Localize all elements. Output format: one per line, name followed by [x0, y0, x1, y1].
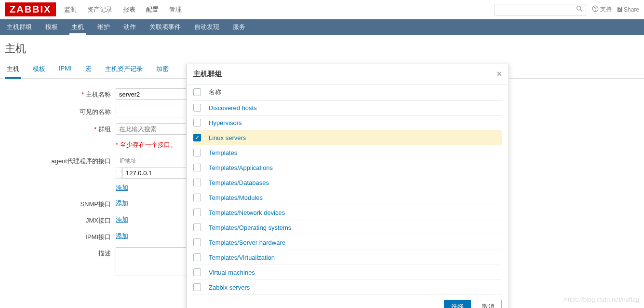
search-input[interactable] — [495, 4, 586, 15]
group-name[interactable]: Templates/Modules — [209, 194, 263, 201]
group-header-label: 名称 — [209, 88, 221, 97]
group-row[interactable]: Templates — [193, 145, 502, 160]
groups-label: * 群组 — [5, 123, 116, 134]
sub-nav-item[interactable]: 主机 — [69, 19, 86, 35]
share-link[interactable]: Z Share — [617, 6, 639, 13]
group-row[interactable]: ✓Linux servers — [193, 130, 502, 145]
group-row[interactable]: Templates/Modules — [193, 190, 502, 205]
visible-name-label: 可见的名称 — [5, 106, 116, 116]
group-checkbox[interactable] — [193, 104, 201, 112]
modal-title: 主机群组 — [193, 70, 222, 79]
search-icon — [576, 5, 583, 14]
form-tab[interactable]: 主机 — [5, 61, 21, 79]
ipmi-label: IPMI接口 — [5, 231, 116, 241]
group-name[interactable]: Linux servers — [209, 134, 246, 141]
top-nav-item[interactable]: 配置 — [145, 0, 160, 19]
sub-nav-item[interactable]: 关联项事件 — [148, 19, 183, 35]
group-checkbox[interactable] — [193, 224, 201, 231]
group-row[interactable]: Templates/Virtualization — [193, 250, 502, 265]
group-header-row: 名称 — [193, 84, 502, 100]
sub-nav-item[interactable]: 自动发现 — [192, 19, 221, 35]
sub-nav-item[interactable]: 动作 — [121, 19, 138, 35]
page-title: 主机 — [0, 35, 644, 61]
interface-hint: * 至少存在一个接口。 — [116, 140, 176, 149]
logo[interactable]: ZABBIX — [5, 2, 56, 16]
sub-nav-item[interactable]: 主机群组 — [5, 19, 34, 35]
group-checkbox[interactable] — [193, 179, 201, 186]
top-nav-item[interactable]: 管理 — [168, 0, 183, 19]
top-right: 支持 Z Share — [495, 4, 639, 15]
drag-handle-icon[interactable]: ⋮⋮ — [116, 167, 121, 179]
jmx-add-link[interactable]: 添加 — [116, 214, 128, 224]
close-icon[interactable]: × — [496, 69, 502, 79]
group-row[interactable]: Templates/Network devices — [193, 205, 502, 220]
agent-add-link[interactable]: 添加 — [116, 182, 128, 192]
group-list: Discovered hostsHypervisors✓Linux server… — [193, 100, 502, 293]
share-badge: Z — [617, 7, 622, 12]
question-icon — [592, 5, 599, 14]
snmp-label: SNMP接口 — [5, 198, 116, 209]
sub-nav: 主机群组模板主机维护动作关联项事件自动发现服务 — [0, 19, 644, 35]
form-tab[interactable]: 模板 — [31, 61, 47, 78]
interface-hint-label — [5, 140, 116, 142]
group-checkbox[interactable] — [193, 164, 201, 171]
group-name[interactable]: Hypervisors — [209, 119, 242, 126]
top-nav: 监测资产记录报表配置管理 — [63, 0, 183, 19]
svg-point-0 — [577, 6, 581, 10]
top-nav-item[interactable]: 报表 — [122, 0, 136, 19]
group-checkbox[interactable] — [193, 194, 201, 201]
group-name[interactable]: Templates/Applications — [209, 164, 273, 171]
group-checkbox[interactable] — [193, 253, 201, 261]
group-name[interactable]: Templates/Virtualization — [209, 254, 275, 261]
svg-point-3 — [595, 10, 596, 11]
support-link[interactable]: 支持 — [592, 5, 612, 14]
select-all-checkbox[interactable] — [193, 88, 201, 96]
group-checkbox[interactable] — [193, 238, 201, 246]
group-name[interactable]: Zabbix servers — [209, 284, 250, 291]
group-row[interactable]: Templates/Databases — [193, 175, 502, 190]
share-label: Share — [624, 6, 639, 13]
desc-label: 描述 — [5, 247, 116, 258]
group-checkbox[interactable] — [193, 268, 201, 276]
host-name-label: * 主机名称 — [5, 88, 116, 99]
group-name[interactable]: Templates/Network devices — [209, 209, 285, 216]
svg-line-1 — [580, 10, 582, 12]
top-nav-item[interactable]: 资产记录 — [86, 0, 113, 19]
group-row[interactable]: Hypervisors — [193, 115, 502, 130]
group-name[interactable]: Templates — [209, 149, 237, 156]
group-name[interactable]: Templates/Operating systems — [209, 224, 291, 231]
group-checkbox[interactable]: ✓ — [193, 134, 201, 141]
top-nav-item[interactable]: 监测 — [63, 0, 78, 19]
group-checkbox[interactable] — [193, 119, 201, 126]
sub-nav-item[interactable]: 服务 — [231, 19, 247, 35]
group-name[interactable]: Templates/Server hardware — [209, 239, 285, 246]
group-row[interactable]: Virtual machines — [193, 265, 502, 280]
top-header: ZABBIX 监测资产记录报表配置管理 支持 Z Share — [0, 0, 644, 19]
agent-label: agent代理程序的接口 — [5, 155, 116, 166]
form-tab[interactable]: 主机资产记录 — [103, 61, 145, 78]
group-checkbox[interactable] — [193, 283, 201, 291]
group-name[interactable]: Templates/Databases — [209, 179, 269, 186]
host-groups-modal: 主机群组 × 名称 Discovered hostsHypervisors✓Li… — [186, 64, 509, 293]
jmx-label: JMX接口 — [5, 214, 116, 225]
group-row[interactable]: Discovered hosts — [193, 100, 502, 115]
group-checkbox[interactable] — [193, 209, 201, 216]
support-label: 支持 — [600, 5, 612, 14]
group-row[interactable]: Zabbix servers — [193, 280, 502, 293]
modal-header: 主机群组 × — [187, 64, 509, 84]
group-name[interactable]: Discovered hosts — [209, 104, 257, 112]
snmp-add-link[interactable]: 添加 — [116, 198, 128, 208]
sub-nav-item[interactable]: 维护 — [95, 19, 112, 35]
ipmi-add-link[interactable]: 添加 — [116, 231, 128, 240]
sub-nav-item[interactable]: 模板 — [43, 19, 60, 35]
group-row[interactable]: Templates/Applications — [193, 160, 502, 175]
group-checkbox[interactable] — [193, 149, 201, 156]
group-name[interactable]: Virtual machines — [209, 269, 255, 276]
modal-body: 名称 Discovered hostsHypervisors✓Linux ser… — [187, 84, 509, 293]
group-row[interactable]: Templates/Server hardware — [193, 235, 502, 250]
form-tab[interactable]: IPMI — [57, 61, 74, 78]
group-row[interactable]: Templates/Operating systems — [193, 220, 502, 235]
form-tab[interactable]: 加密 — [154, 61, 171, 78]
form-tab[interactable]: 宏 — [83, 61, 94, 78]
